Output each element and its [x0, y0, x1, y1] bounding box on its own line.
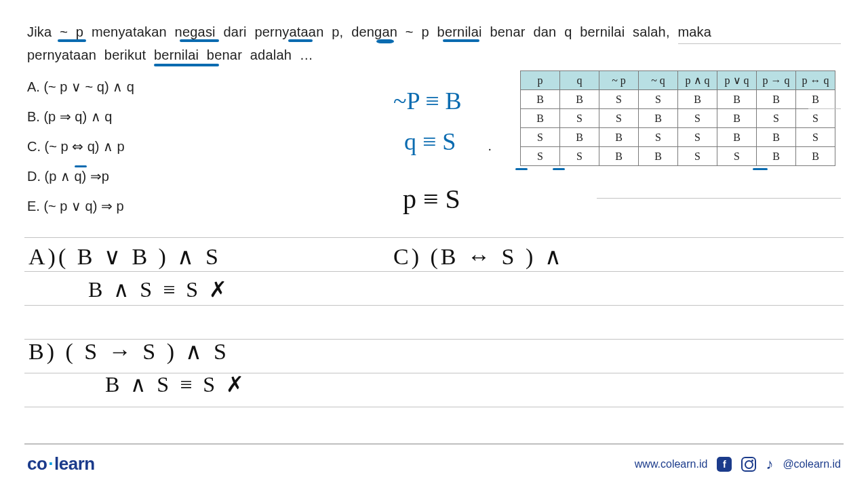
cell: S — [560, 109, 599, 128]
table-row: B B S S B B B B — [521, 90, 835, 109]
footer-url: www.colearn.id — [635, 458, 708, 470]
cell: B — [521, 109, 560, 128]
facebook-icon: f — [717, 457, 732, 472]
table-header-row: p q ~ p ~ q p ∧ q p ∨ q p → q p ↔ q — [521, 71, 835, 90]
ruled-line — [808, 108, 841, 109]
question-line-2: pernyataan berikut bernilai benar adalah… — [27, 43, 841, 66]
cell: S — [521, 128, 560, 147]
cell: B — [717, 109, 757, 128]
cell: B — [757, 128, 796, 147]
cell: S — [796, 128, 835, 147]
cell: S — [796, 109, 835, 128]
annotation-underline — [288, 39, 313, 42]
logo-co: co — [27, 453, 47, 474]
ruled-line — [24, 305, 844, 306]
ruled-line — [24, 373, 844, 373]
cell: B — [757, 90, 796, 109]
annotation-underline — [515, 168, 528, 170]
tiktok-icon: ♪ — [766, 455, 773, 473]
cell: S — [599, 109, 639, 128]
logo-dot-icon: · — [47, 453, 54, 474]
ruled-line — [24, 271, 844, 272]
th-piffq: p ↔ q — [796, 71, 835, 90]
handwriting-a-line2: B ∧ S ≡ S ✗ — [88, 277, 230, 302]
cell: B — [599, 128, 639, 147]
cell: S — [678, 147, 717, 166]
ruled-line — [678, 43, 841, 44]
handwriting-b-line2: B ∧ S ≡ S ✗ — [105, 371, 247, 397]
handwriting-c-line: C) (B ↔ S ) ∧ — [393, 243, 564, 270]
footer-divider — [24, 443, 844, 445]
cell: S — [639, 90, 678, 109]
annotation-underline — [753, 168, 768, 170]
annotation-underline — [154, 64, 219, 66]
th-porq: p ∨ q — [717, 71, 757, 90]
cell: B — [796, 90, 835, 109]
table-row: S S B B S S B B — [521, 147, 835, 166]
cell: S — [757, 109, 796, 128]
cell: S — [678, 109, 717, 128]
ruled-line — [24, 237, 844, 238]
cell: B — [796, 147, 835, 166]
cell: B — [717, 90, 757, 109]
th-p: p — [521, 71, 560, 90]
table-row: B S S B S B S S — [521, 109, 835, 128]
cell: S — [599, 90, 639, 109]
footer-handle: @colearn.id — [783, 458, 841, 470]
annotation-underline — [75, 165, 87, 167]
th-notq: ~ q — [639, 71, 678, 90]
handwriting-b-line1: B) ( S → S ) ∧ S — [28, 338, 229, 365]
footer: co·learn www.colearn.id f ♪ @colearn.id — [27, 453, 841, 474]
annotation-underline — [376, 39, 394, 43]
annotation-underline — [180, 39, 219, 42]
cell: B — [560, 90, 599, 109]
truth-table: p q ~ p ~ q p ∧ q p ∨ q p → q p ↔ q B B … — [520, 70, 835, 166]
brand-logo: co·learn — [27, 453, 95, 474]
ruled-line — [24, 339, 844, 340]
cell: B — [678, 90, 717, 109]
logo-learn: learn — [54, 453, 95, 474]
ruled-line — [24, 407, 844, 407]
cell: B — [639, 147, 678, 166]
cell: S — [717, 147, 757, 166]
cell: B — [757, 147, 796, 166]
footer-right: www.colearn.id f ♪ @colearn.id — [635, 455, 841, 473]
cell: B — [560, 128, 599, 147]
th-pimpq: p → q — [757, 71, 796, 90]
table-row: S B B S S B B S — [521, 128, 835, 147]
ruled-line — [597, 198, 841, 199]
th-q: q — [560, 71, 599, 90]
cell: S — [521, 147, 560, 166]
annotation-underline — [58, 39, 86, 42]
cell: B — [639, 109, 678, 128]
cell: S — [678, 128, 717, 147]
th-notp: ~ p — [599, 71, 639, 90]
question-line-1: Jika ~ p menyatakan negasi dari pernyata… — [27, 20, 841, 43]
cell: B — [717, 128, 757, 147]
page-root: Jika ~ p menyatakan negasi dari pernyata… — [0, 0, 868, 488]
handwriting-a-line1: A)( B ∨ B ) ∧ S — [28, 243, 221, 270]
annotation-underline — [443, 39, 479, 42]
cell: B — [599, 147, 639, 166]
cell: S — [639, 128, 678, 147]
option-e: E. (~ p ∨ q) ⇒ p — [27, 191, 841, 221]
annotation-underline — [553, 168, 565, 170]
cell: S — [560, 147, 599, 166]
th-pandq: p ∧ q — [678, 71, 717, 90]
instagram-icon — [741, 457, 756, 472]
cell: B — [521, 90, 560, 109]
